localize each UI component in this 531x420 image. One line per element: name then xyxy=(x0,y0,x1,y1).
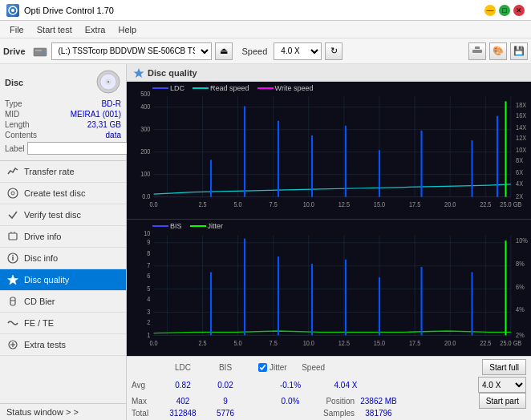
bis-jitter-chart: BIS Jitter xyxy=(127,220,531,357)
svg-text:8: 8 xyxy=(147,248,150,256)
svg-text:4%: 4% xyxy=(516,305,525,313)
start-full-button[interactable]: Start full xyxy=(482,359,526,375)
svg-text:9: 9 xyxy=(147,237,150,246)
palette-button[interactable]: 🎨 xyxy=(489,42,507,60)
speed-select[interactable]: 4.0 X xyxy=(274,42,322,60)
legend-write-speed-color xyxy=(257,87,274,89)
svg-text:8%: 8% xyxy=(516,258,525,267)
svg-text:18X: 18X xyxy=(516,101,527,109)
title-bar: Opti Drive Control 1.70 — □ ✕ xyxy=(0,0,531,21)
ldc-chart-legend: LDC Read speed Write speed xyxy=(152,84,313,92)
legend-ldc-label: LDC xyxy=(170,84,184,92)
svg-marker-25 xyxy=(134,68,144,78)
create-test-disc-icon xyxy=(6,187,19,200)
svg-text:3: 3 xyxy=(147,307,150,316)
drive-icon xyxy=(32,43,48,59)
stats-max-ldc: 402 xyxy=(160,397,205,406)
sidebar-item-drive-info-label: Drive info xyxy=(24,232,61,241)
toolbar: Drive (L:) TSSTcorp BDDVDW SE-506CB TS02… xyxy=(0,38,531,64)
svg-text:10X: 10X xyxy=(516,146,527,154)
save-button[interactable]: 💾 xyxy=(510,42,528,60)
svg-point-12 xyxy=(11,192,14,195)
chart-title: Disc quality xyxy=(148,68,197,78)
svg-text:4X: 4X xyxy=(516,180,524,188)
sidebar-item-verify-test-disc[interactable]: Verify test disc xyxy=(0,204,126,226)
sidebar: Disc Type BD-R MID MEIRA1 (001) Length 2… xyxy=(0,64,127,420)
menu-bar: File Start test Extra Help xyxy=(0,21,531,38)
sidebar-item-cd-bier[interactable]: CD Bier xyxy=(0,291,126,313)
sidebar-item-disc-info-label: Disc info xyxy=(24,253,58,263)
svg-rect-20 xyxy=(10,297,15,305)
title-bar-controls[interactable]: — □ ✕ xyxy=(484,5,525,16)
ldc-chart: LDC Read speed Write speed xyxy=(127,82,531,220)
sidebar-item-transfer-rate[interactable]: Transfer rate xyxy=(0,161,126,183)
svg-text:10%: 10% xyxy=(516,236,528,244)
stats-avg-row: Avg 0.82 0.02 -0.1% 4.04 X 4.0 X xyxy=(132,377,526,393)
svg-text:5.0: 5.0 xyxy=(233,338,242,347)
sidebar-item-cd-bier-label: CD Bier xyxy=(24,297,55,306)
disc-mid-row: MID MEIRA1 (001) xyxy=(5,110,121,119)
status-window-toggle[interactable]: Status window > > xyxy=(0,403,126,420)
stats-total-row: Total 312848 5776 Samples 381796 xyxy=(132,409,526,418)
svg-text:1: 1 xyxy=(147,330,150,339)
sidebar-item-fe-te[interactable]: FE / TE xyxy=(0,313,126,334)
main-layout: Disc Type BD-R MID MEIRA1 (001) Length 2… xyxy=(0,64,531,420)
sidebar-item-drive-info[interactable]: Drive info xyxy=(0,226,126,248)
sidebar-item-create-test-disc[interactable]: Create test disc xyxy=(0,183,126,204)
menu-start-test[interactable]: Start test xyxy=(30,23,79,36)
close-button[interactable]: ✕ xyxy=(513,5,525,16)
stats-ldc-header: LDC xyxy=(160,363,205,372)
legend-read-speed-color xyxy=(193,87,209,89)
disc-length-label: Length xyxy=(5,120,30,129)
stats-avg-jitter: -0.1% xyxy=(258,381,322,390)
svg-text:5.0: 5.0 xyxy=(233,200,242,208)
svg-text:6%: 6% xyxy=(516,281,525,290)
menu-help[interactable]: Help xyxy=(111,23,143,36)
start-part-button[interactable]: Start part xyxy=(479,393,526,409)
maximize-button[interactable]: □ xyxy=(499,5,510,16)
svg-text:15.0: 15.0 xyxy=(374,338,386,347)
eject-button[interactable]: ⏏ xyxy=(215,42,233,60)
stats-jitter-header-cell: Jitter xyxy=(258,363,287,372)
svg-text:25.0 GB: 25.0 GB xyxy=(500,200,521,208)
svg-text:2.5: 2.5 xyxy=(198,338,207,347)
refresh-button[interactable]: ↻ xyxy=(325,42,343,60)
stats-position-value: 23862 MB xyxy=(355,397,403,406)
disc-label-input[interactable] xyxy=(27,142,134,155)
minimize-button[interactable]: — xyxy=(484,5,496,16)
svg-text:20.0: 20.0 xyxy=(444,200,456,208)
stats-headers-row: LDC BIS Jitter Speed Start full xyxy=(132,359,526,375)
svg-text:0.0: 0.0 xyxy=(149,200,158,208)
disc-contents-value: data xyxy=(106,131,121,139)
sidebar-item-disc-quality[interactable]: Disc quality xyxy=(0,269,126,291)
svg-text:10.0: 10.0 xyxy=(303,338,315,347)
stats-jitter-header: Jitter xyxy=(270,363,287,372)
extra-tests-icon xyxy=(6,338,19,351)
svg-point-4 xyxy=(42,51,44,54)
stats-max-label: Max xyxy=(132,397,160,406)
speed-display-select[interactable]: 4.0 X xyxy=(478,377,526,393)
disc-quality-icon xyxy=(6,273,19,286)
content-area: Disc quality LDC Read speed Write speed xyxy=(127,64,531,420)
menu-file[interactable]: File xyxy=(3,23,30,36)
sidebar-item-verify-test-disc-label: Verify test disc xyxy=(24,210,81,220)
sidebar-item-extra-tests[interactable]: Extra tests xyxy=(0,334,126,356)
app-icon xyxy=(6,4,19,17)
settings-button[interactable] xyxy=(468,42,486,60)
disc-info-icon xyxy=(6,252,19,265)
title-bar-title: Opti Drive Control 1.70 xyxy=(24,6,114,15)
svg-point-18 xyxy=(12,255,14,256)
legend-bis-label: BIS xyxy=(170,222,182,230)
svg-text:12.5: 12.5 xyxy=(338,200,351,208)
svg-rect-5 xyxy=(472,50,482,53)
menu-extra[interactable]: Extra xyxy=(79,23,112,36)
svg-text:7.5: 7.5 xyxy=(270,200,278,208)
svg-text:5: 5 xyxy=(147,284,150,293)
jitter-checkbox[interactable] xyxy=(258,363,267,372)
stats-total-bis: 5776 xyxy=(205,409,245,418)
legend-write-speed: Write speed xyxy=(257,84,314,92)
stats-samples-label: Samples xyxy=(322,409,355,418)
disc-panel-header: Disc xyxy=(5,69,121,96)
drive-select[interactable]: (L:) TSSTcorp BDDVDW SE-506CB TS02 xyxy=(51,42,212,60)
sidebar-item-disc-info[interactable]: Disc info xyxy=(0,248,126,269)
